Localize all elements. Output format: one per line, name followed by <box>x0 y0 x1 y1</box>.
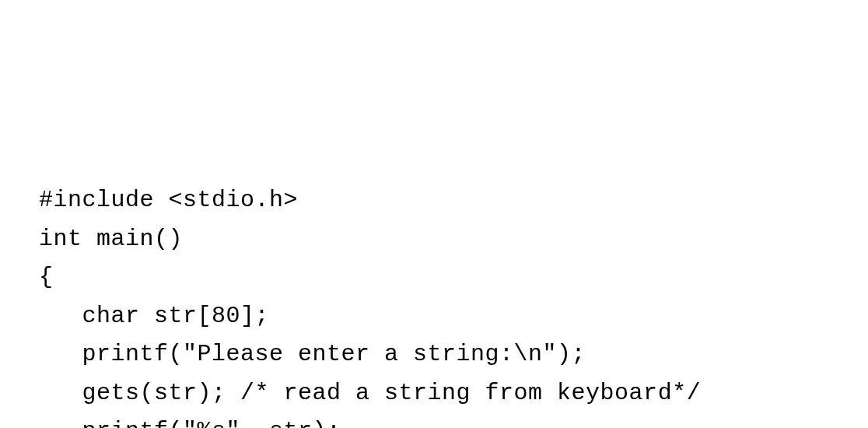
code-line: gets(str); /* read a string from keyboar… <box>39 374 829 413</box>
code-line: printf("%s", str); <box>39 412 829 428</box>
code-line: int main() <box>39 220 829 259</box>
code-line: char str[80]; <box>39 297 829 336</box>
code-block: #include <stdio.h>int main(){ char str[8… <box>39 181 829 428</box>
code-line: printf("Please enter a string:\n"); <box>39 335 829 374</box>
code-line: { <box>39 258 829 297</box>
code-line: #include <stdio.h> <box>39 181 829 220</box>
